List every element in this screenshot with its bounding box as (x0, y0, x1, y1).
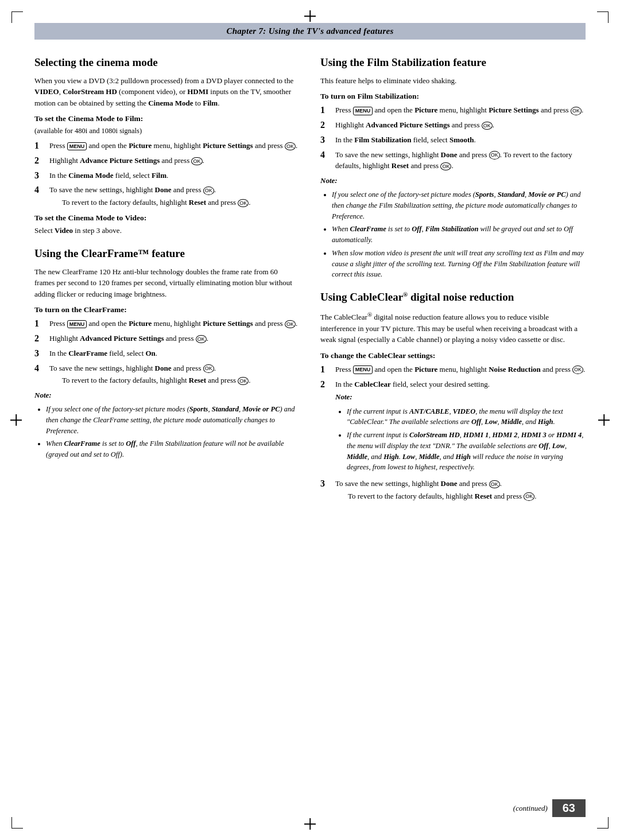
film-stab-sub-heading: To turn on Film Stabilization: (320, 92, 586, 101)
cableclear-steps: 1 Press MENU and open the Picture menu, … (320, 364, 586, 501)
clearframe-bullet-1: If you select one of the factory-set pic… (46, 404, 300, 436)
cinema-video-heading: To set the Cinema Mode to Video: (34, 213, 300, 223)
cinema-video-text: Select Video in step 3 above. (34, 225, 300, 236)
ok-icon: OK (285, 142, 296, 151)
film-stab-step-3: 3 In the Film Stabilization field, selec… (320, 134, 586, 146)
crosshair-left (10, 414, 22, 426)
crosshair-bottom (304, 818, 316, 830)
ok-icon: OK (238, 199, 249, 208)
cinema-film-steps: 1 Press MENU and open the Picture menu, … (34, 140, 300, 208)
menu-icon: MENU (353, 107, 373, 115)
cinema-step-4: 4 To save the new settings, highlight Do… (34, 184, 300, 208)
clearframe-step-3: 3 In the ClearFrame field, select On. (34, 348, 300, 360)
ok-icon: OK (238, 377, 249, 386)
cinema-step-4-sub: To revert to the factory defaults, highl… (49, 197, 300, 208)
page-footer: (continued) 63 (513, 799, 586, 817)
cinema-mode-intro: When you view a DVD (3:2 pulldown proces… (34, 75, 300, 109)
section-cinema-mode: Selecting the cinema mode When you view … (34, 56, 300, 236)
cableclear-step-2: 2 In the CableClear field, select your d… (320, 379, 586, 476)
menu-icon: MENU (353, 365, 373, 374)
section-clearframe: Using the ClearFrame™ feature The new Cl… (34, 247, 300, 460)
section-film-stabilization: Using the Film Stabilization feature Thi… (320, 56, 586, 280)
clearframe-note-label: Note: (34, 390, 300, 401)
ok-icon: OK (489, 480, 500, 489)
clearframe-title: Using the ClearFrame™ feature (34, 247, 300, 260)
two-column-layout: Selecting the cinema mode When you view … (34, 56, 586, 505)
clearframe-bullet-2: When ClearFrame is set to Off, the Film … (46, 438, 300, 460)
corner-mark-br (597, 817, 609, 829)
ok-icon: OK (489, 151, 500, 160)
corner-mark-bl (11, 817, 23, 829)
cinema-mode-title: Selecting the cinema mode (34, 56, 300, 69)
cableclear-bullet-1: If the current input is ANT/CABLE, VIDEO… (347, 406, 586, 428)
clearframe-steps: 1 Press MENU and open the Picture menu, … (34, 318, 300, 386)
film-stab-step-2: 2 Highlight Advanced Picture Settings an… (320, 119, 586, 131)
cableclear-note-label: Note: (335, 391, 586, 403)
corner-mark-tl (11, 11, 23, 23)
ok-icon: OK (203, 186, 214, 195)
ok-icon: OK (196, 335, 207, 344)
clearframe-bullets: If you select one of the factory-set pic… (34, 404, 300, 460)
continued-text: (continued) (513, 804, 548, 813)
film-stab-steps: 1 Press MENU and open the Picture menu, … (320, 104, 586, 171)
cableclear-step-1: 1 Press MENU and open the Picture menu, … (320, 364, 586, 376)
clearframe-step-2: 2 Highlight Advanced Picture Settings an… (34, 333, 300, 345)
left-column: Selecting the cinema mode When you view … (34, 56, 300, 505)
menu-icon: MENU (67, 320, 87, 329)
ok-icon: OK (440, 162, 451, 171)
cinema-film-note: (available for 480i and 1080i signals) (34, 126, 300, 137)
film-stab-bullet-3: When slow motion video is present the un… (332, 248, 586, 280)
page: Chapter 7: Using the TV's advanced featu… (0, 0, 620, 840)
film-stab-bullet-1: If you select one of the factory-set pic… (332, 189, 586, 221)
cableclear-step-3-sub: To revert to the factory defaults, highl… (335, 491, 586, 502)
ok-icon: OK (191, 157, 202, 166)
film-stab-bullet-2: When ClearFrame is set to Off, Film Stab… (332, 224, 586, 246)
ok-icon: OK (203, 364, 214, 373)
clearframe-step-4-sub: To revert to the factory defaults, highl… (49, 375, 300, 386)
corner-mark-tr (597, 11, 609, 23)
cinema-step-2: 2 Highlight Advance Picture Settings and… (34, 155, 300, 167)
section-cableclear: Using CableClear® digital noise reductio… (320, 290, 586, 501)
menu-icon: MENU (67, 142, 87, 151)
page-number: 63 (552, 799, 586, 817)
crosshair-top (304, 10, 316, 22)
clearframe-step-4: 4 To save the new settings, highlight Do… (34, 363, 300, 386)
cinema-step-3: 3 In the Cinema Mode field, select Film. (34, 170, 300, 182)
film-stab-bullets: If you select one of the factory-set pic… (320, 189, 586, 280)
cableclear-intro: The CableClear® digital noise reduction … (320, 310, 586, 345)
cableclear-step2-bullets: If the current input is ANT/CABLE, VIDEO… (335, 406, 586, 473)
ok-icon: OK (524, 492, 534, 501)
cableclear-sub-heading: To change the CableClear settings: (320, 351, 586, 360)
cableclear-bullet-2: If the current input is ColorStream HD, … (347, 430, 586, 473)
ok-icon: OK (285, 320, 296, 329)
cableclear-step-3: 3 To save the new settings, highlight Do… (320, 478, 586, 501)
crosshair-right (598, 414, 610, 426)
clearframe-step-1: 1 Press MENU and open the Picture menu, … (34, 318, 300, 330)
film-stab-title: Using the Film Stabilization feature (320, 56, 586, 69)
film-stab-note-label: Note: (320, 175, 586, 186)
ok-icon: OK (482, 122, 493, 130)
clearframe-sub-heading: To turn on the ClearFrame: (34, 305, 300, 314)
chapter-header: Chapter 7: Using the TV's advanced featu… (34, 23, 586, 40)
cinema-step-1: 1 Press MENU and open the Picture menu, … (34, 140, 300, 152)
cableclear-title: Using CableClear® digital noise reductio… (320, 290, 586, 304)
clearframe-intro: The new ClearFrame 120 Hz anti-blur tech… (34, 266, 300, 300)
film-stab-step-4: 4 To save the new settings, highlight Do… (320, 149, 586, 172)
ok-icon: OK (571, 107, 582, 115)
cinema-film-heading: To set the Cinema Mode to Film: (34, 114, 300, 123)
film-stab-intro: This feature helps to eliminate video sh… (320, 75, 586, 87)
ok-icon: OK (572, 365, 583, 374)
film-stab-step-1: 1 Press MENU and open the Picture menu, … (320, 104, 586, 116)
right-column: Using the Film Stabilization feature Thi… (320, 56, 586, 505)
